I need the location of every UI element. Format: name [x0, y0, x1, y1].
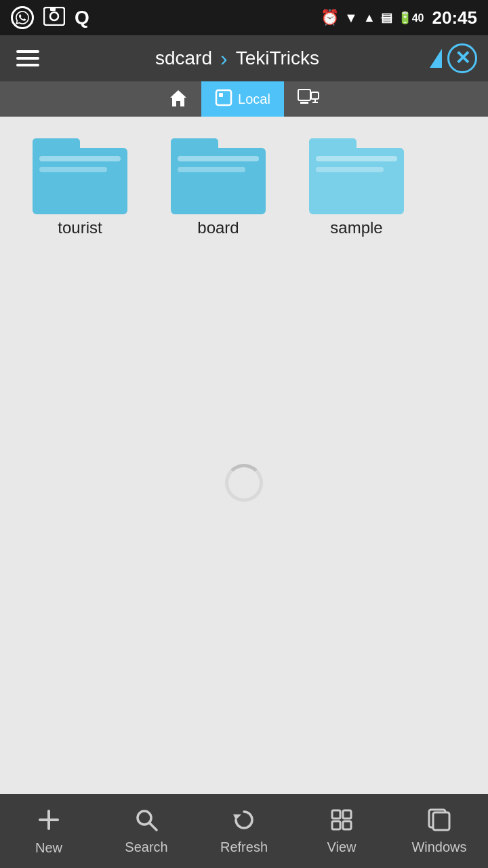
svg-rect-7: [300, 102, 308, 104]
svg-rect-2: [50, 7, 56, 11]
wifi-icon: ▼: [344, 10, 358, 26]
breadcrumb-tekitricks: TekiTricks: [236, 47, 319, 69]
refresh-icon: [232, 808, 256, 835]
refresh-button[interactable]: Refresh: [195, 794, 293, 868]
battery-icon: 🔋40: [398, 11, 424, 25]
svg-rect-18: [332, 821, 340, 829]
svg-rect-4: [216, 90, 231, 105]
breadcrumb: sdcard › TekiTricks: [45, 46, 430, 71]
folder-tourist-icon: [33, 138, 127, 213]
svg-rect-6: [298, 90, 310, 100]
local-icon: [215, 89, 232, 110]
loading-spinner: [225, 464, 263, 502]
search-label: Search: [125, 840, 167, 855]
tab-local[interactable]: Local: [201, 81, 284, 117]
close-button[interactable]: ✕: [447, 43, 477, 73]
photo-icon: [43, 7, 65, 28]
svg-rect-8: [311, 92, 319, 99]
nav-bar: sdcard › TekiTricks ✕: [0, 35, 488, 81]
folder-board-label: board: [197, 218, 239, 237]
new-button[interactable]: New: [0, 794, 98, 868]
status-time: 20:45: [432, 7, 478, 28]
svg-rect-17: [343, 810, 351, 818]
search-icon: [134, 808, 159, 835]
tab-remote[interactable]: [284, 81, 333, 117]
nosim-icon: ▤: [381, 10, 392, 25]
tab-bar: Local: [0, 81, 488, 117]
file-area: tourist board sample: [0, 117, 488, 794]
new-label: New: [35, 840, 62, 856]
view-label: View: [327, 840, 357, 855]
new-icon: [36, 807, 62, 836]
q-icon: Q: [75, 7, 89, 28]
menu-button[interactable]: [11, 45, 45, 72]
alarm-icon: ⏰: [321, 9, 339, 26]
folder-sample[interactable]: sample: [296, 138, 418, 237]
status-right: ⏰ ▼ ▲ ▤ 🔋40 20:45: [321, 7, 477, 28]
signal-icon: ▲: [363, 11, 375, 25]
folder-sample-label: sample: [330, 218, 382, 237]
folder-board[interactable]: board: [157, 138, 279, 237]
svg-rect-21: [433, 812, 449, 830]
windows-icon: [427, 808, 451, 835]
svg-rect-19: [343, 821, 351, 829]
home-icon: [169, 89, 188, 110]
close-icon: ✕: [455, 49, 470, 68]
tab-local-label: Local: [238, 92, 270, 107]
folder-sample-icon: [309, 138, 404, 213]
svg-rect-16: [332, 810, 340, 818]
status-bar: Q ⏰ ▼ ▲ ▤ 🔋40 20:45: [0, 0, 488, 35]
svg-marker-3: [170, 90, 186, 106]
folder-grid: tourist board sample: [0, 117, 488, 259]
windows-button[interactable]: Windows: [390, 794, 488, 868]
view-icon: [329, 808, 354, 835]
svg-marker-15: [233, 814, 241, 820]
breadcrumb-arrow: ›: [220, 46, 228, 71]
whatsapp-icon: [11, 6, 34, 29]
status-left-icons: Q: [11, 6, 89, 29]
svg-rect-5: [219, 93, 223, 97]
breadcrumb-sdcard: sdcard: [155, 47, 212, 69]
refresh-label: Refresh: [220, 840, 268, 855]
svg-point-1: [50, 12, 58, 20]
folder-board-icon: [171, 138, 266, 213]
bottom-toolbar: New Search Refresh: [0, 794, 488, 868]
tab-home[interactable]: [155, 81, 201, 117]
folder-tourist[interactable]: tourist: [19, 138, 141, 237]
windows-label: Windows: [411, 840, 466, 855]
svg-line-14: [150, 823, 157, 830]
view-button[interactable]: View: [293, 794, 390, 868]
signal-corner-icon: [430, 49, 442, 68]
folder-tourist-label: tourist: [58, 218, 102, 237]
remote-icon: [298, 89, 319, 110]
search-button[interactable]: Search: [98, 794, 195, 868]
